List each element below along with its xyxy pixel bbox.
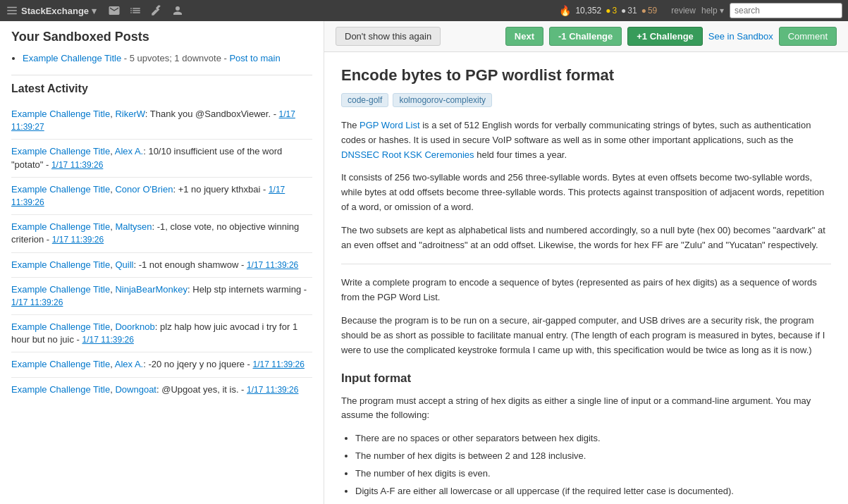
- input-format-list: There are no spaces or other separators …: [355, 431, 831, 498]
- flame-icon: 🔥: [559, 5, 571, 16]
- activity-user-link[interactable]: Alex A.: [115, 146, 143, 156]
- next-button[interactable]: Next: [505, 27, 543, 46]
- activity-time-link[interactable]: 1/17 11:39:26: [82, 335, 133, 345]
- activity-item: Example Challenge Title, Alex A.: 10/10 …: [11, 140, 312, 177]
- bullet-item: There are no spaces or other separators …: [355, 431, 831, 446]
- activity-time-link[interactable]: 1/17 11:39:26: [247, 260, 298, 270]
- latest-activity-title: Latest Activity: [11, 75, 312, 95]
- post-body: The PGP Word List is a set of 512 Englis…: [341, 118, 831, 498]
- review-link[interactable]: review: [671, 6, 696, 16]
- bullet-item: Digits A-F are either all lowercase or a…: [355, 484, 831, 499]
- chart-icon[interactable]: [129, 4, 142, 17]
- plus-challenge-button[interactable]: +1 Challenge: [627, 27, 703, 46]
- activity-list: Example Challenge Title, RikerW: Thank y…: [11, 102, 312, 402]
- post-link[interactable]: Example Challenge Title: [23, 53, 121, 63]
- activity-time-link[interactable]: 1/17 11:39:26: [247, 385, 298, 395]
- list-item: Example Challenge Title - 5 upvotes; 1 d…: [23, 53, 312, 63]
- svg-rect-0: [7, 7, 17, 8]
- post-meta: - 5 upvotes; 1 downvote -: [124, 53, 227, 63]
- activity-user-link[interactable]: Maltysen: [115, 221, 152, 232]
- brand[interactable]: StackExchange ▾: [6, 4, 97, 17]
- minus-challenge-button[interactable]: -1 Challenge: [549, 27, 622, 46]
- menu-icon: [6, 4, 18, 17]
- see-sandbox-link[interactable]: See in Sandbox: [708, 31, 773, 42]
- sidebar: Your Sandboxed Posts Example Challenge T…: [0, 21, 324, 504]
- activity-title-link[interactable]: Example Challenge Title: [11, 221, 110, 232]
- para-3: The two subsets are kept as alphabetical…: [341, 223, 831, 253]
- post-content: Encode bytes to PGP wordlist format code…: [324, 52, 848, 504]
- pgp-word-list-link[interactable]: PGP Word List: [360, 120, 420, 130]
- activity-user-link[interactable]: NinjaBearMonkey: [115, 284, 188, 295]
- activity-title-link[interactable]: Example Challenge Title: [11, 321, 110, 332]
- activity-title-link[interactable]: Example Challenge Title: [11, 184, 110, 195]
- activity-item: Example Challenge Title, Quill: -1 not e…: [11, 253, 312, 278]
- sandboxed-post-list: Example Challenge Title - 5 upvotes; 1 d…: [11, 53, 312, 63]
- reputation-area: 🔥 10,352 ● 3 ● 31 ● 59: [559, 5, 657, 16]
- post-to-main-link[interactable]: Post to main: [229, 53, 280, 63]
- activity-title-link[interactable]: Example Challenge Title: [11, 146, 110, 156]
- activity-item: Example Challenge Title, Alex A.: -20 no…: [11, 352, 312, 377]
- activity-user-link[interactable]: Conor O'Brien: [115, 184, 173, 195]
- action-bar: Don't show this again Next -1 Challenge …: [324, 21, 848, 52]
- activity-user-link[interactable]: Downgoat: [115, 384, 156, 395]
- dont-show-button[interactable]: Don't show this again: [336, 27, 441, 46]
- main-container: Your Sandboxed Posts Example Challenge T…: [0, 21, 848, 504]
- divider: [341, 264, 831, 264]
- sandboxed-posts-title: Your Sandboxed Posts: [11, 30, 312, 44]
- activity-user-link[interactable]: Doorknob: [115, 321, 154, 332]
- activity-user-link[interactable]: RikerW: [115, 109, 145, 119]
- brand-label: StackExchange: [21, 6, 89, 16]
- activity-item: Example Challenge Title, Downgoat: @Upgo…: [11, 378, 312, 402]
- silver-badge: ● 31: [621, 6, 637, 16]
- comment-button[interactable]: Comment: [779, 27, 837, 46]
- topbar: StackExchange ▾ 🔥 10,352 ● 3 ● 31 ● 59 r…: [0, 0, 848, 21]
- tag-code-golf[interactable]: code-golf: [341, 93, 388, 107]
- activity-time-link[interactable]: 1/17 11:39:26: [52, 235, 104, 245]
- activity-time-link[interactable]: 1/17 11:39:26: [51, 160, 103, 170]
- svg-rect-2: [7, 13, 17, 15]
- topbar-links: review help ▾: [671, 6, 724, 16]
- help-link[interactable]: help ▾: [701, 6, 724, 16]
- gold-badge: ● 3: [606, 6, 617, 16]
- inbox-icon[interactable]: [108, 4, 121, 17]
- tag-list: code-golf kolmogorov-complexity: [341, 93, 831, 107]
- dnssec-link[interactable]: DNSSEC Root KSK Ceremonies: [341, 149, 474, 160]
- activity-title-link[interactable]: Example Challenge Title: [11, 359, 110, 369]
- para-4: Write a complete program to encode a seq…: [341, 276, 831, 305]
- topbar-icons: [108, 4, 184, 17]
- svg-rect-1: [7, 10, 17, 11]
- activity-item: Example Challenge Title, Doorknob: plz h…: [11, 315, 312, 352]
- input-format-heading: Input format: [341, 369, 831, 388]
- content-area: Don't show this again Next -1 Challenge …: [324, 21, 848, 504]
- input-format-intro: The program must accept a string of hex …: [341, 394, 831, 424]
- activity-user-link[interactable]: Quill: [115, 259, 133, 270]
- activity-item: Example Challenge Title, NinjaBearMonkey…: [11, 278, 312, 315]
- post-title: Encode bytes to PGP wordlist format: [341, 66, 831, 85]
- para-2: It consists of 256 two-syllable words an…: [341, 171, 831, 214]
- action-bar-right: See in Sandbox Comment: [708, 27, 837, 46]
- bronze-badge: ● 59: [641, 6, 658, 16]
- activity-title-link[interactable]: Example Challenge Title: [11, 284, 110, 295]
- activity-user-link[interactable]: Alex A.: [115, 359, 143, 369]
- para-5: Because the program is to be run on a se…: [341, 314, 831, 357]
- activity-time-link[interactable]: 1/17 11:39:26: [11, 297, 63, 307]
- activity-item: Example Challenge Title, RikerW: Thank y…: [11, 102, 312, 140]
- activity-item: Example Challenge Title, Maltysen: -1, c…: [11, 215, 312, 252]
- rep-score: 10,352: [575, 6, 601, 16]
- chevron-icon: ▾: [92, 6, 97, 16]
- activity-title-link[interactable]: Example Challenge Title: [11, 384, 110, 395]
- wrench-icon[interactable]: [150, 4, 163, 17]
- para-1: The PGP Word List is a set of 512 Englis…: [341, 118, 831, 162]
- bullet-item: The number of hex digits is between 2 an…: [355, 449, 831, 464]
- activity-title-link[interactable]: Example Challenge Title: [11, 259, 110, 270]
- person-icon[interactable]: [171, 4, 184, 17]
- tag-kolmogorov[interactable]: kolmogorov-complexity: [393, 93, 492, 107]
- bullet-item: The number of hex digits is even.: [355, 467, 831, 481]
- search-input[interactable]: [730, 3, 842, 18]
- activity-item: Example Challenge Title, Conor O'Brien: …: [11, 178, 312, 215]
- activity-title-link[interactable]: Example Challenge Title: [11, 109, 110, 119]
- activity-time-link[interactable]: 1/17 11:39:26: [253, 359, 305, 369]
